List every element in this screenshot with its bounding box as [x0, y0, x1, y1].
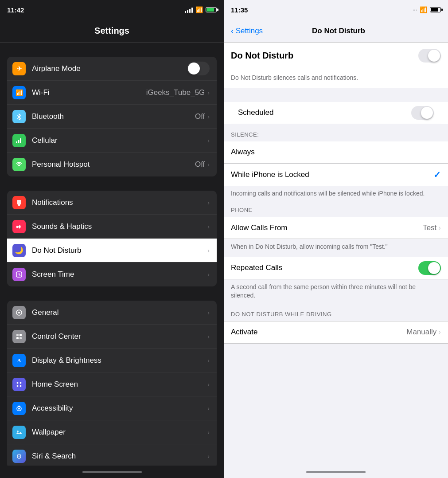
repeated-calls-toggle[interactable]	[418, 261, 441, 275]
cellular-icon	[12, 134, 26, 147]
svg-point-16	[17, 382, 19, 384]
allow-calls-row[interactable]: Allow Calls From Test ›	[224, 217, 448, 239]
home-screen-icon	[12, 378, 26, 391]
general-chevron: ›	[207, 309, 210, 316]
activate-label: Activate	[231, 328, 406, 337]
general-icon	[12, 306, 26, 319]
dnd-main-toggle[interactable]	[418, 49, 441, 63]
hotspot-value: Off	[195, 160, 205, 169]
allow-calls-value: Test	[423, 223, 436, 232]
notifications-icon	[12, 196, 26, 209]
silence-locked-label: While iPhone is Locked	[231, 170, 433, 179]
left-status-icons: 📶	[185, 6, 217, 13]
airplane-mode-toggle[interactable]	[187, 62, 210, 75]
signal-icon	[185, 7, 193, 13]
svg-point-10	[18, 312, 20, 313]
svg-rect-13	[16, 337, 19, 339]
control-center-icon	[12, 330, 26, 343]
repeated-calls-row[interactable]: Repeated Calls	[224, 257, 448, 279]
right-status-bar: 11:35 ··· 📶	[224, 0, 448, 20]
notifications-chevron: ›	[207, 199, 210, 206]
svg-rect-1	[18, 140, 19, 143]
home-screen-row[interactable]: Home Screen ›	[7, 372, 217, 396]
left-status-bar: 11:42 📶	[0, 0, 224, 20]
repeated-calls-label: Repeated Calls	[231, 263, 418, 272]
settings-list: ✈ Airplane Mode 📶 Wi-Fi iGeeks_Tube_5G ›	[0, 43, 224, 466]
allow-calls-value-group: Test ›	[423, 223, 441, 232]
scheduled-label: Scheduled	[238, 108, 411, 117]
display-brightness-row[interactable]: A Display & Brightness ›	[7, 349, 217, 372]
cellular-row[interactable]: Cellular ›	[7, 129, 217, 153]
hotspot-icon	[12, 158, 26, 171]
personal-hotspot-row[interactable]: Personal Hotspot Off ›	[7, 153, 217, 176]
connectivity-section: ✈ Airplane Mode 📶 Wi-Fi iGeeks_Tube_5G ›	[7, 57, 217, 176]
right-battery-icon	[430, 7, 441, 12]
cellular-chevron: ›	[207, 137, 210, 144]
activate-chevron: ›	[438, 328, 441, 337]
silence-locked-row[interactable]: While iPhone is Locked ✓	[224, 164, 448, 186]
settings-panel: 11:42 📶 Settings	[0, 0, 224, 478]
wifi-icon-row: 📶	[12, 86, 26, 99]
settings-header: Settings	[0, 20, 224, 43]
control-center-row[interactable]: Control Center ›	[7, 325, 217, 349]
accessibility-row[interactable]: Accessibility ›	[7, 396, 217, 420]
wifi-value: iGeeks_Tube_5G	[146, 88, 205, 97]
screen-time-row[interactable]: Screen Time ›	[7, 263, 217, 286]
wallpaper-icon	[12, 426, 26, 439]
scheduled-row[interactable]: Scheduled	[231, 102, 441, 124]
airplane-mode-label: Airplane Mode	[32, 64, 187, 73]
back-button[interactable]: ‹ Settings	[231, 26, 263, 36]
accessibility-label: Accessibility	[32, 404, 207, 413]
svg-point-17	[20, 382, 22, 384]
cellular-label: Cellular	[32, 136, 207, 145]
bluetooth-value: Off	[195, 112, 205, 121]
right-home-indicator	[306, 471, 366, 473]
svg-rect-5	[18, 204, 20, 205]
scheduled-toggle[interactable]	[411, 106, 434, 120]
dnd-icon: 🌙	[12, 244, 26, 257]
silence-always-row[interactable]: Always	[224, 141, 448, 164]
svg-rect-12	[19, 334, 22, 336]
sounds-haptics-row[interactable]: Sounds & Haptics ›	[7, 215, 217, 239]
airplane-mode-row[interactable]: ✈ Airplane Mode	[7, 57, 217, 81]
siri-chevron: ›	[207, 453, 210, 460]
notifications-row[interactable]: Notifications ›	[7, 191, 217, 215]
svg-rect-4	[17, 200, 21, 204]
allow-calls-description: When in Do Not Disturb, allow incoming c…	[224, 239, 448, 257]
allow-calls-chevron: ›	[438, 223, 441, 232]
do-not-disturb-row[interactable]: 🌙 Do Not Disturb ›	[7, 239, 217, 263]
phone-section: Allow Calls From Test ›	[224, 217, 448, 239]
right-dots-icon: ···	[413, 7, 417, 13]
wifi-row[interactable]: 📶 Wi-Fi iGeeks_Tube_5G ›	[7, 81, 217, 105]
allow-calls-label: Allow Calls From	[231, 223, 423, 232]
siri-search-row[interactable]: Siri & Search ›	[7, 444, 217, 466]
general-row[interactable]: General ›	[7, 301, 217, 325]
display-chevron: ›	[207, 357, 210, 364]
bluetooth-row[interactable]: Bluetooth Off ›	[7, 105, 217, 129]
activate-value: Manually	[406, 328, 436, 337]
left-home-indicator	[82, 471, 142, 473]
home-screen-label: Home Screen	[32, 380, 207, 389]
control-center-label: Control Center	[32, 332, 207, 341]
back-label: Settings	[236, 27, 263, 35]
notifications-section: Notifications › Sounds & Haptics › �	[7, 191, 217, 286]
bluetooth-label: Bluetooth	[32, 112, 195, 121]
hotspot-chevron: ›	[207, 161, 210, 168]
control-center-chevron: ›	[207, 333, 210, 340]
silence-header: SILENCE:	[224, 124, 448, 141]
home-screen-chevron: ›	[207, 381, 210, 388]
right-home-bar	[224, 466, 448, 478]
right-status-icons: ··· 📶	[413, 6, 441, 13]
activate-row[interactable]: Activate Manually ›	[224, 321, 448, 344]
general-section: General › Control Center ›	[7, 301, 217, 466]
siri-icon	[12, 450, 26, 463]
dnd-nav-title: Do Not Disturb	[263, 27, 414, 35]
svg-rect-0	[16, 141, 17, 143]
wallpaper-row[interactable]: Wallpaper ›	[7, 420, 217, 444]
wifi-label: Wi-Fi	[32, 88, 146, 97]
accessibility-icon	[12, 402, 26, 415]
wallpaper-chevron: ›	[207, 429, 210, 436]
right-wifi-icon: 📶	[420, 6, 427, 13]
sounds-icon	[12, 220, 26, 233]
wifi-chevron: ›	[207, 89, 210, 96]
